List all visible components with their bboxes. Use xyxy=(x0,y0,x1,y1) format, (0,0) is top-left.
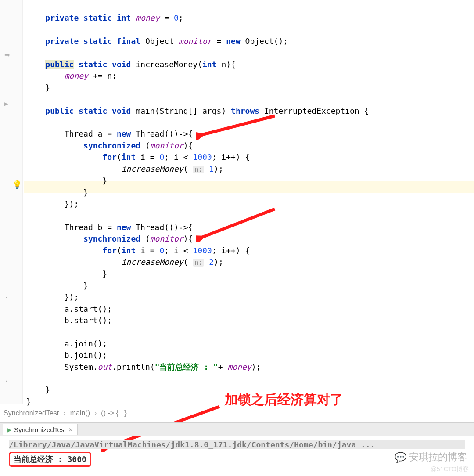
intention-bulb-icon[interactable]: 💡 xyxy=(12,180,22,189)
breadcrumb-method[interactable]: main() xyxy=(70,409,90,417)
tool-window-tabs: ▶ SynchronizedTest ✕ xyxy=(0,422,474,436)
watermark: 💬 安琪拉的博客 xyxy=(395,451,467,464)
run-tab-label: SynchronizedTest xyxy=(14,426,66,433)
breadcrumb-class[interactable]: SynchronizedTest xyxy=(4,409,59,417)
run-icon: ▶ xyxy=(7,427,11,433)
run-tab[interactable]: ▶ SynchronizedTest ✕ xyxy=(3,424,78,435)
close-icon[interactable]: ✕ xyxy=(68,427,73,433)
console-result: 当前总经济 : 3000 xyxy=(9,452,91,467)
breadcrumb[interactable]: SynchronizedTest › main() › () -> {...} xyxy=(4,406,127,420)
annotation-text: 加锁之后经济算对了 xyxy=(225,391,343,409)
chevron-right-icon: › xyxy=(94,409,97,417)
watermark-secondary: @51CTO博客 xyxy=(431,465,469,473)
editor-gutter: ⮕ ▶ · · xyxy=(0,0,23,404)
jdk-path: /Library/Java/JavaVirtualMachines/jdk1.8… xyxy=(9,440,465,449)
gutter-run-icon[interactable]: ▶ xyxy=(4,100,11,106)
gutter-marker-icon: · xyxy=(4,378,11,384)
gutter-marker-icon: · xyxy=(4,294,11,300)
gutter-override-icon: ⮕ xyxy=(4,52,11,58)
chevron-right-icon: › xyxy=(63,409,65,417)
kw: private xyxy=(45,13,79,22)
code-editor[interactable]: private static int money = 0; private st… xyxy=(24,1,474,407)
breadcrumb-lambda[interactable]: () -> {...} xyxy=(101,409,126,417)
